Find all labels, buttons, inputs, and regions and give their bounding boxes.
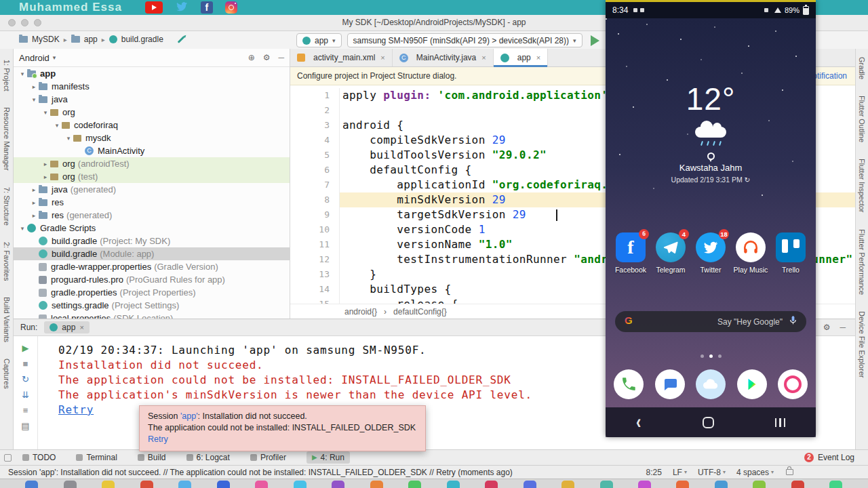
tool-tab-4-run[interactable]: ▶4: Run <box>307 451 350 464</box>
tree-item[interactable]: ▸res <box>14 196 290 209</box>
camera-app-icon[interactable] <box>778 369 808 399</box>
tree-item[interactable]: ▸org(test) <box>14 170 290 183</box>
tree-item[interactable]: build.gradle(Project: My SDK) <box>14 235 290 247</box>
run-tab[interactable]: app × <box>44 321 89 333</box>
tool-window-button-captures[interactable]: Captures <box>3 359 11 389</box>
chevron-right-icon[interactable]: ▸ <box>29 199 39 206</box>
tree-item[interactable]: ▸manifests <box>14 80 290 93</box>
tool-window-button-build-variants[interactable]: Build Variants <box>3 297 11 342</box>
dock-app-icon[interactable] <box>178 481 191 488</box>
close-tab-icon[interactable]: × <box>481 54 486 62</box>
tree-item[interactable]: settings.gradle(Project Settings) <box>14 299 290 312</box>
status-item-utf-8[interactable]: UTF-8▾ <box>698 468 726 477</box>
hide-panel-icon[interactable]: ─ <box>840 323 846 332</box>
phone-app-trello[interactable]: Trello <box>772 232 809 274</box>
phone-mirror-window[interactable]: 8:34 89% 12° Kawstaha Jahm Updated 2/19 … <box>606 0 816 437</box>
tool-window-button-flutter-performance[interactable]: Flutter Performance <box>858 229 866 295</box>
tree-item[interactable]: ▸java(generated) <box>14 183 290 196</box>
window-controls[interactable] <box>8 19 41 26</box>
editor-tab-mainactivity-java[interactable]: CMainActivity.java× <box>393 49 494 66</box>
tool-window-button-flutter-inspector[interactable]: Flutter Inspector <box>858 159 866 212</box>
breadcrumb-file[interactable]: build.gradle <box>121 35 163 44</box>
event-log-button[interactable]: 2 Event Log <box>804 453 854 462</box>
dock-app-icon[interactable] <box>561 481 574 488</box>
chevron-right-icon[interactable]: ▸ <box>41 174 50 180</box>
tool-tab-profiler[interactable]: Profiler <box>250 453 286 462</box>
tool-tab-todo[interactable]: TODO <box>22 453 56 462</box>
dock-app-icon[interactable] <box>217 481 230 488</box>
breadcrumb-android[interactable]: android{} <box>344 307 377 317</box>
status-item-4-spaces[interactable]: 4 spaces▾ <box>736 468 774 477</box>
play-store-app-icon[interactable] <box>737 369 767 399</box>
dock-app-icon[interactable] <box>447 481 460 488</box>
editor-tab-app[interactable]: app× <box>494 49 548 66</box>
dock-app-icon[interactable] <box>524 481 536 488</box>
tool-window-button-device-file-explorer[interactable]: Device File Explorer <box>858 311 866 378</box>
editor-tab-activity-main-xml[interactable]: activity_main.xml× <box>290 49 393 66</box>
tool-window-button-1-project[interactable]: 1: Project <box>3 60 11 91</box>
balloon-link[interactable]: Retry <box>148 434 168 444</box>
breadcrumb-project[interactable]: MySDK <box>32 35 60 44</box>
tree-item[interactable]: ▾java <box>14 93 290 106</box>
dock-app-icon[interactable] <box>255 481 268 488</box>
dock-app-icon[interactable] <box>64 481 77 488</box>
soft-wrap-icon[interactable]: ≡ <box>23 405 28 415</box>
dock-app-icon[interactable] <box>791 481 804 488</box>
tree-item[interactable]: ▾mysdk <box>14 131 290 144</box>
balloon-link[interactable]: 'app' <box>180 411 198 421</box>
close-tab-icon[interactable]: × <box>79 323 83 331</box>
phone-app-icon[interactable] <box>614 369 644 399</box>
tool-tab-build[interactable]: Build <box>138 453 166 462</box>
run-configuration-select[interactable]: app ▾ <box>296 33 342 47</box>
chevron-down-icon[interactable]: ▾ <box>18 225 27 232</box>
dock-app-icon[interactable] <box>676 481 689 488</box>
status-message[interactable]: Session 'app': Installation did not succ… <box>8 468 513 477</box>
tree-item[interactable]: CMainActivity <box>14 144 290 157</box>
gallery-app-icon[interactable] <box>696 369 726 399</box>
hide-panel-icon[interactable]: ─ <box>278 53 284 62</box>
dock-app-icon[interactable] <box>102 481 115 488</box>
tree-item[interactable]: build.gradle(Module: app) <box>14 247 290 260</box>
tree-item[interactable]: ▾app <box>14 67 290 80</box>
tree-item[interactable]: gradle.properties(Project Properties) <box>14 286 290 299</box>
dock-app-icon[interactable] <box>638 481 651 488</box>
phone-app-telegram[interactable]: 4Telegram <box>652 232 689 274</box>
breadcrumb-defaultconfig[interactable]: defaultConfig{} <box>393 307 447 317</box>
clear-all-icon[interactable]: ▤ <box>21 421 29 431</box>
tool-tab-6-logcat[interactable]: 6: Logcat <box>186 453 230 462</box>
tree-item[interactable]: ▸org(androidTest) <box>14 157 290 170</box>
dock-app-icon[interactable] <box>25 481 38 488</box>
rerun-icon[interactable]: ▶ <box>22 343 29 353</box>
project-view-mode[interactable]: Android <box>19 53 50 63</box>
dock-app-icon[interactable] <box>485 481 498 488</box>
chevron-down-icon[interactable]: ▾ <box>52 122 62 129</box>
recents-button[interactable] <box>775 418 785 427</box>
dock-app-icon[interactable] <box>753 481 766 488</box>
tree-item[interactable]: ▾Gradle Scripts <box>14 222 290 235</box>
dock-app-icon[interactable] <box>294 481 307 488</box>
weather-widget[interactable]: 12° Kawstaha Jahm Updated 2/19 3:31 PM ↻ <box>606 81 816 184</box>
dock-app-icon[interactable] <box>715 481 728 488</box>
tree-item[interactable]: ▾codeforiraq <box>14 119 290 131</box>
back-button[interactable]: ‹ <box>636 413 641 432</box>
dock-app-icon[interactable] <box>408 481 421 488</box>
chevron-down-icon[interactable]: ▾ <box>18 70 27 77</box>
settings-gear-icon[interactable]: ⚙ <box>263 53 271 62</box>
chevron-right-icon[interactable]: ▸ <box>29 212 39 219</box>
locate-icon[interactable]: ⊕ <box>248 53 255 62</box>
phone-app-twitter[interactable]: 18Twitter <box>692 232 729 274</box>
messages-app-icon[interactable] <box>655 369 685 399</box>
project-view-header[interactable]: Android ▾ ⊕ ⚙ ─ <box>14 49 290 67</box>
caret-position[interactable]: 8:25 <box>646 468 662 477</box>
stop-icon[interactable]: ■ <box>23 359 28 369</box>
tool-window-button-2-favorites[interactable]: 2: Favorites <box>3 242 11 281</box>
chevron-right-icon[interactable]: ▸ <box>41 161 50 167</box>
lock-icon[interactable] <box>786 469 793 475</box>
chevron-down-icon[interactable]: ▾ <box>41 109 50 116</box>
tool-window-button-7-structure[interactable]: 7: Structure <box>3 187 11 226</box>
close-window-icon[interactable] <box>8 19 16 26</box>
dock-app-icon[interactable] <box>140 481 153 488</box>
tree-item[interactable]: ▸res(generated) <box>14 209 290 222</box>
tool-window-button-gradle[interactable]: Gradle <box>858 57 866 79</box>
tool-windows-icon[interactable] <box>4 454 12 462</box>
